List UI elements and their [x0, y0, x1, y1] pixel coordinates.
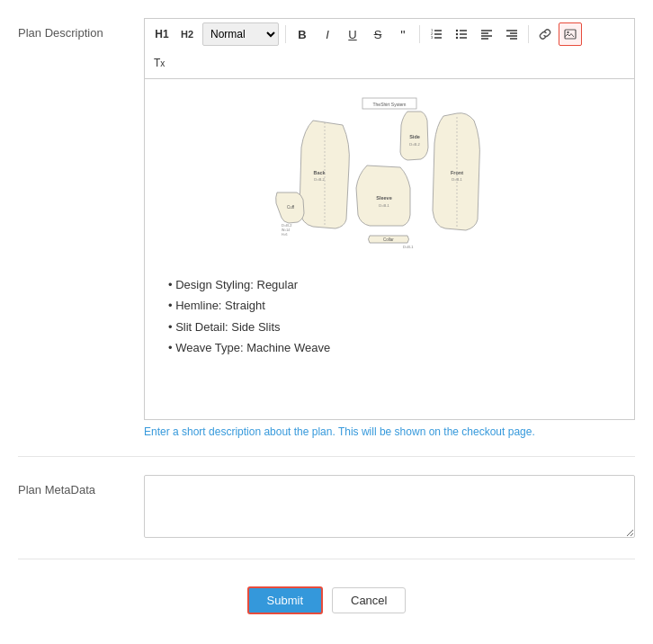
blockquote-button[interactable]: ": [391, 22, 415, 46]
svg-text:Collar: Collar: [383, 237, 394, 242]
toolbar-row1: H1 H2 Normal Heading 1 Heading 2 Heading…: [144, 18, 635, 49]
svg-point-21: [567, 31, 568, 33]
svg-text:D=B-2: D=B-2: [409, 142, 420, 147]
svg-text:H=6: H=6: [282, 233, 288, 237]
link-button[interactable]: [533, 22, 557, 46]
plan-metadata-label: Plan MetaData: [18, 475, 144, 498]
submit-button[interactable]: Submit: [247, 586, 323, 614]
toolbar-divider-1: [285, 25, 286, 43]
hint-text-link: This will be shown on the checkout page.: [338, 425, 535, 438]
divider-1: [18, 456, 635, 457]
bullet-item-1: Design Styling: Regular: [168, 274, 620, 295]
svg-text:TheShirt System: TheShirt System: [373, 102, 407, 107]
svg-text:D=B-1: D=B-1: [452, 177, 462, 182]
svg-text:3: 3: [431, 35, 434, 40]
svg-text:D=B-1: D=B-1: [403, 245, 414, 249]
align-right-button[interactable]: [500, 22, 523, 46]
ul-icon: [455, 28, 468, 40]
svg-text:Sleeve: Sleeve: [376, 195, 391, 201]
svg-point-10: [456, 33, 458, 35]
metadata-input[interactable]: [144, 475, 635, 538]
toolbar-divider-3: [528, 25, 529, 43]
svg-text:Back: Back: [313, 170, 326, 175]
hint-text-before: Enter a short description about the plan…: [144, 425, 335, 438]
format-select[interactable]: Normal Heading 1 Heading 2 Heading 3: [202, 22, 279, 46]
divider-2: [18, 559, 635, 559]
strikethrough-button[interactable]: S: [366, 22, 389, 46]
plan-metadata-row: Plan MetaData: [18, 475, 635, 541]
bullet-item-3: Slit Detail: Side Slits: [168, 317, 620, 337]
bullet-list: Design Styling: Regular Hemline: Straigh…: [159, 274, 620, 359]
plan-description-row: Plan Description H1 H2 Normal Heading 1 …: [18, 18, 635, 438]
pattern-image-container: TheShirt System Back D=B-2 Side D=B-2 Fr…: [159, 94, 620, 260]
align-left-icon: [480, 28, 493, 40]
unordered-list-button[interactable]: [450, 22, 473, 46]
button-row: Submit Cancel: [18, 577, 635, 632]
underline-button[interactable]: U: [341, 22, 364, 46]
align-left-button[interactable]: [475, 22, 498, 46]
h2-button[interactable]: H2: [175, 22, 199, 46]
toolbar-row2: Tx: [144, 49, 635, 78]
svg-point-11: [456, 37, 458, 39]
h1-button[interactable]: H1: [150, 22, 174, 46]
align-right-icon: [505, 28, 518, 40]
clear-format-button[interactable]: Tx: [150, 51, 168, 75]
plan-metadata-content: [144, 475, 635, 541]
ol-icon: 1 2 3: [430, 28, 443, 40]
bullet-item-2: Hemline: Straight: [168, 295, 620, 316]
svg-text:D=B-2: D=B-2: [314, 177, 325, 182]
bullet-item-4: Weave Type: Machine Weave: [168, 337, 620, 358]
sewing-pattern-svg: TheShirt System Back D=B-2 Side D=B-2 Fr…: [264, 94, 515, 260]
plan-description-label: Plan Description: [18, 18, 144, 41]
image-button[interactable]: [559, 22, 582, 46]
toolbar-divider-2: [419, 25, 420, 43]
italic-button[interactable]: I: [316, 22, 339, 46]
cancel-button[interactable]: Cancel: [332, 587, 406, 613]
hint-text: Enter a short description about the plan…: [144, 425, 635, 438]
image-icon: [564, 28, 577, 40]
svg-text:Cuff: Cuff: [287, 205, 295, 210]
svg-text:Side: Side: [409, 134, 420, 139]
link-icon: [539, 28, 551, 40]
svg-text:D=B-2: D=B-2: [282, 223, 292, 228]
ordered-list-button[interactable]: 1 2 3: [425, 22, 448, 46]
svg-text:W=14: W=14: [282, 228, 290, 232]
svg-text:D=B-1: D=B-1: [379, 203, 389, 208]
bold-button[interactable]: B: [291, 22, 314, 46]
editor-area[interactable]: TheShirt System Back D=B-2 Side D=B-2 Fr…: [144, 78, 635, 420]
plan-description-content: H1 H2 Normal Heading 1 Heading 2 Heading…: [144, 18, 635, 438]
svg-point-9: [456, 30, 458, 31]
